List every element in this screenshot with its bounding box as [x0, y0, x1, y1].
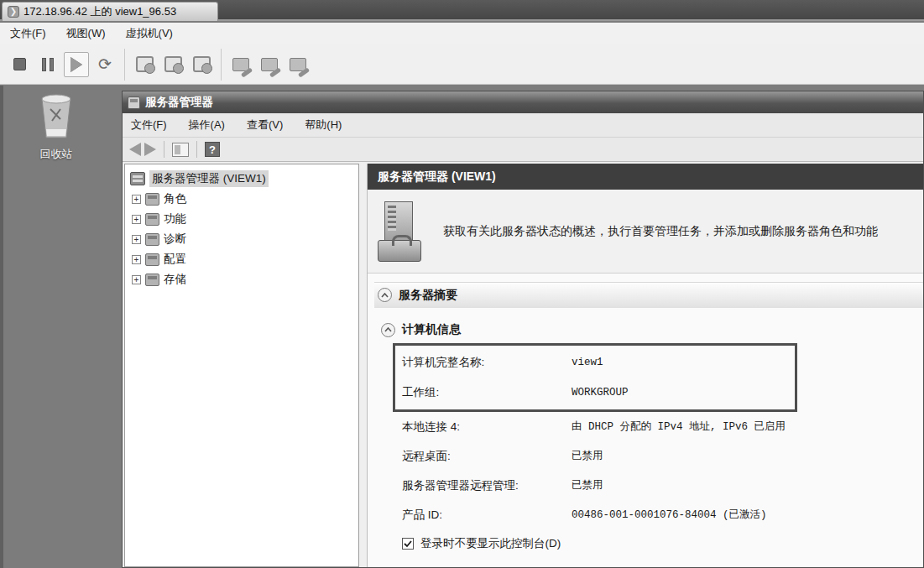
console-menu-view[interactable]: 视图(W) — [66, 26, 106, 41]
power-on-button[interactable] — [64, 52, 89, 77]
row-value: WORKGROUP — [572, 387, 629, 399]
server-summary-section: 服务器摘要 计算机信息 计算机完整名称: view1 — [374, 282, 923, 551]
overview-band: 获取有关此服务器状态的概述，执行首要管理任务，并添加或删除服务器角色和功能 — [368, 190, 923, 274]
expand-icon[interactable]: + — [132, 235, 141, 244]
row-value: 00486-001-0001076-84004 (已激活) — [572, 508, 767, 522]
sm-menu-view[interactable]: 查看(V) — [247, 117, 283, 133]
console-menu-vm[interactable]: 虚拟机(V) — [126, 26, 173, 41]
row-label: 计算机完整名称: — [402, 355, 572, 370]
console-tab[interactable]: ❯ 172.18.96.42 上的 view1_96.53 — [2, 2, 218, 21]
help-icon[interactable]: ? — [205, 142, 220, 157]
sm-menu-file[interactable]: 文件(F) — [131, 117, 167, 133]
server-manager-app-icon — [128, 96, 140, 109]
server-manager-title: 服务器管理器 — [145, 95, 213, 110]
tree-root-label: 服务器管理器 (VIEW1) — [149, 170, 269, 187]
recycle-bin-icon — [37, 92, 76, 141]
console-menubar: 文件(F) 视图(W) 虚拟机(V) — [0, 23, 924, 44]
install-tools-button[interactable] — [257, 52, 282, 77]
info-row-computer-name: 计算机完整名称: view1 — [402, 347, 795, 378]
reset-button[interactable]: ⟳ — [92, 52, 117, 77]
row-label: 远程桌面: — [402, 449, 572, 464]
info-row-local-connection: 本地连接 4: 由 DHCP 分配的 IPv4 地址, IPv6 已启用 — [402, 412, 923, 441]
row-value: 已禁用 — [572, 478, 603, 492]
tree-item-storage[interactable]: + 存储 — [128, 269, 358, 289]
row-value: 由 DHCP 分配的 IPv4 地址, IPv6 已启用 — [572, 419, 786, 434]
tree-item-roles[interactable]: + 角色 — [128, 189, 358, 209]
manage-snapshots-icon — [193, 56, 211, 72]
computer-info-title: 计算机信息 — [402, 322, 461, 337]
recycle-bin-label: 回收站 — [20, 147, 92, 162]
info-rows: 本地连接 4: 由 DHCP 分配的 IPv4 地址, IPv6 已启用 远程桌… — [402, 412, 923, 529]
manage-snapshots-button[interactable] — [189, 52, 214, 77]
show-console-tree-icon[interactable] — [172, 143, 189, 157]
take-snapshot-icon — [136, 56, 154, 72]
row-label: 服务器管理器远程管理: — [402, 478, 572, 493]
reset-icon: ⟳ — [98, 56, 112, 72]
info-row-remote-management: 服务器管理器远程管理: 已禁用 — [402, 471, 923, 500]
server-manager-menubar: 文件(F) 操作(A) 查看(V) 帮助(H) — [123, 113, 923, 138]
server-summary-header[interactable]: 服务器摘要 — [374, 283, 923, 308]
roles-icon — [145, 193, 159, 206]
row-value: 已禁用 — [572, 449, 603, 463]
tree-item-features[interactable]: + 功能 — [128, 209, 358, 229]
row-label: 本地连接 4: — [402, 419, 572, 435]
manage-devices-button[interactable] — [285, 52, 311, 77]
tree-item-label: 存储 — [164, 272, 186, 287]
forward-icon[interactable] — [144, 143, 156, 156]
revert-snapshot-icon — [164, 56, 182, 72]
collapse-icon[interactable] — [378, 288, 392, 302]
tree-root-server-manager[interactable]: 服务器管理器 (VIEW1) — [128, 169, 358, 189]
power-on-icon — [70, 57, 82, 72]
sm-menu-help[interactable]: 帮助(H) — [305, 117, 342, 133]
info-row-product-id: 产品 ID: 00486-001-0001076-84004 (已激活) — [402, 500, 923, 529]
edit-settings-icon — [232, 58, 249, 71]
power-off-button[interactable] — [7, 52, 32, 77]
take-snapshot-button[interactable] — [132, 52, 157, 77]
features-icon — [145, 213, 159, 226]
dont-show-console-label: 登录时不要显示此控制台(D) — [420, 536, 561, 551]
expand-icon[interactable]: + — [132, 215, 141, 224]
console-tab-title: 172.18.96.42 上的 view1_96.53 — [23, 4, 176, 19]
server-manager-node-icon — [130, 172, 145, 185]
tree-item-label: 配置 — [164, 252, 186, 267]
details-pane-title: 服务器管理器 (VIEW1) — [378, 169, 496, 185]
tree-item-label: 角色 — [164, 191, 186, 206]
recycle-bin[interactable]: 回收站 — [20, 92, 92, 162]
expand-icon[interactable]: + — [132, 255, 141, 264]
suspend-icon — [42, 58, 54, 71]
expand-icon[interactable]: + — [132, 195, 141, 204]
server-manager-body: 服务器管理器 (VIEW1) + 角色 + 功能 + 诊断 — [123, 162, 923, 567]
info-row-remote-desktop: 远程桌面: 已禁用 — [402, 441, 923, 471]
server-toolbox-icon — [378, 201, 426, 262]
server-manager-titlebar[interactable]: 服务器管理器 — [123, 91, 923, 113]
power-off-icon — [13, 58, 26, 70]
tree-item-diagnostics[interactable]: + 诊断 — [128, 229, 358, 249]
console-tab-bar: ❯ 172.18.96.42 上的 view1_96.53 — [0, 0, 924, 21]
tree-item-configuration[interactable]: + 配置 — [128, 249, 358, 269]
console-tree-pane: 服务器管理器 (VIEW1) + 角色 + 功能 + 诊断 — [124, 164, 359, 567]
vmware-console-icon: ❯ — [8, 6, 19, 18]
console-toolbar: ⟳ — [0, 44, 924, 85]
back-icon[interactable] — [129, 143, 141, 156]
toolbar-separator — [124, 49, 125, 81]
console-menu-file[interactable]: 文件(F) — [10, 26, 46, 41]
row-label: 产品 ID: — [402, 508, 572, 523]
toolbar-separator — [164, 141, 164, 158]
dont-show-console-checkbox[interactable] — [402, 538, 414, 550]
overview-description: 获取有关此服务器状态的概述，执行首要管理任务，并添加或删除服务器角色和功能 — [443, 224, 878, 239]
computer-info-header[interactable]: 计算机信息 — [381, 318, 923, 341]
expand-icon[interactable]: + — [132, 275, 141, 284]
collapse-icon[interactable] — [381, 323, 395, 337]
sm-menu-action[interactable]: 操作(A) — [189, 117, 225, 133]
revert-snapshot-button[interactable] — [160, 52, 185, 77]
server-manager-window: 服务器管理器 文件(F) 操作(A) 查看(V) 帮助(H) ? 服务器管理器 … — [122, 91, 924, 568]
toolbar-separator — [196, 141, 197, 158]
server-summary-title: 服务器摘要 — [399, 288, 457, 303]
storage-icon — [145, 274, 159, 286]
edit-settings-button[interactable] — [228, 52, 253, 77]
summary-content: 服务器摘要 计算机信息 计算机完整名称: view1 — [368, 274, 923, 567]
details-pane-header: 服务器管理器 (VIEW1) — [368, 164, 923, 190]
install-tools-icon — [261, 58, 278, 71]
configuration-icon — [145, 253, 159, 266]
suspend-button[interactable] — [35, 52, 60, 77]
